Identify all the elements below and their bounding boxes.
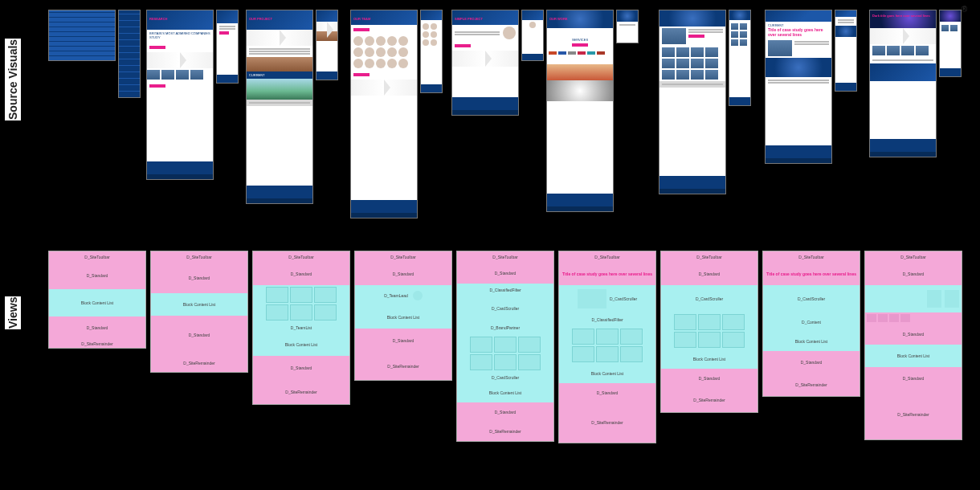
landscape-image [247, 79, 312, 100]
view-9[interactable]: D_SiteToolbar D_Standard D_Standard Bloc… [864, 251, 962, 440]
vblk-standard-2: D_Standard [49, 316, 145, 340]
source-group-8: CURRENTTitle of case study goes here ove… [765, 10, 857, 164]
thumb-work-mobile[interactable] [616, 10, 639, 43]
hero-work-tag: OUR WORK [549, 17, 568, 21]
source-group-2: RESEARCH BRITAIN'S MOST ADMIRED COMPANIE… [146, 10, 239, 180]
view-2[interactable]: D_SiteToolbar D_Standard Block Content L… [150, 251, 248, 373]
thumb-card-mobile[interactable] [729, 10, 751, 106]
chevron-section [147, 52, 213, 68]
connect-title: Dark title goes here over several lines [872, 14, 930, 18]
vblk-classified-filter: D_ClassifiedFilter [457, 284, 553, 296]
source-group-6: OUR WORK SERVICES [546, 10, 639, 212]
thumb-card-grid[interactable] [659, 10, 726, 194]
source-group-3: OUR PROJECT CURRENT [246, 10, 338, 204]
view-4[interactable]: D_SiteToolbar D_Standard D_TeamLead Bloc… [354, 251, 452, 381]
hero-research-tag: RESEARCH [149, 17, 167, 21]
vblk-site-remainder: D_SiteRemainder [49, 340, 145, 348]
view-7[interactable]: D_SiteToolbar D_Standard D_CardScroller … [660, 251, 758, 413]
thumb-mobile-menu[interactable] [118, 10, 141, 98]
design-overview-canvas: Source Visuals Views ® RESEARCH BRITAIN'… [0, 0, 980, 490]
views-row: D_SiteToolbar D_Standard Block Content L… [48, 251, 964, 443]
most-admired-title: BRITAIN'S MOST ADMIRED COMPANIES STUDY [149, 31, 210, 44]
thumb-team[interactable]: OUR TEAM [350, 10, 418, 218]
thumb-connect[interactable]: Dark title goes here over several lines [869, 10, 937, 157]
case-study-title: Title of case study goes here over sever… [768, 27, 829, 37]
thumb-research-mobile[interactable] [216, 10, 239, 84]
vblk-teamlead: D_TeamLead [384, 293, 408, 298]
source-group-5: SIMPLE PROJECT [451, 10, 544, 116]
thumb-simple-mobile[interactable] [521, 10, 544, 61]
view-6[interactable]: D_SiteToolbar Title of case study goes h… [558, 251, 656, 443]
services-label: SERVICES [549, 38, 610, 42]
mini-cards [865, 312, 962, 324]
source-group-9: Dark title goes here over several lines [869, 10, 962, 157]
vblk-masthead: Title of case study goes here over sever… [559, 263, 655, 285]
client-logos [547, 50, 613, 64]
view-1[interactable]: D_SiteToolbar D_Standard Block Content L… [48, 251, 146, 349]
cta-button[interactable] [149, 46, 165, 49]
thumb-case-study[interactable]: CURRENTTitle of case study goes here ove… [765, 10, 832, 164]
view-5[interactable]: D_SiteToolbar D_Standard D_ClassifiedFil… [456, 251, 554, 442]
footer [147, 161, 213, 174]
view-3[interactable]: D_SiteToolbar D_Standard D_TeamList Bloc… [252, 251, 350, 405]
registered-mark: ® [962, 5, 967, 14]
thumb-project-mobile[interactable] [316, 10, 338, 80]
team-grid [253, 285, 349, 322]
thumb-connect-mobile[interactable] [939, 10, 962, 77]
vblk-block-content: Block Content List [49, 289, 145, 316]
thumb-comparison-table[interactable] [48, 10, 116, 61]
source-group-7 [659, 10, 751, 194]
hero-simple-tag: SIMPLE PROJECT [455, 17, 483, 21]
current-label: CURRENT [247, 71, 312, 79]
source-group-1 [48, 10, 141, 98]
vblk-brand-partner: D_BrandPartner [457, 321, 553, 335]
hero-project-tag: OUR PROJECT [249, 17, 272, 21]
vblk-standard: D_Standard [49, 263, 145, 289]
source-visuals-label: Source Visuals [5, 39, 21, 120]
hero-team-tag: OUR TEAM [353, 17, 370, 21]
vblk-teamlist: D_TeamList [253, 322, 349, 333]
thumb-our-work[interactable]: OUR WORK SERVICES [546, 10, 614, 212]
vblk-site-toolbar: D_SiteToolbar [49, 251, 145, 263]
source-group-4: OUR TEAM [350, 10, 443, 218]
vblk-content: D_Content [763, 312, 860, 332]
view-8[interactable]: D_SiteToolbar Title of case study goes h… [762, 251, 860, 397]
thumb-simple-project[interactable]: SIMPLE PROJECT [451, 10, 519, 116]
thumb-case-mobile[interactable] [835, 10, 857, 92]
vblk-cardscroller: D_CardScroller [457, 296, 553, 321]
cta-button-2[interactable] [149, 84, 165, 88]
thumb-team-mobile[interactable] [420, 10, 443, 93]
views-label: Views [5, 296, 21, 329]
thumb-research-home[interactable]: RESEARCH BRITAIN'S MOST ADMIRED COMPANIE… [146, 10, 214, 180]
thumb-project[interactable]: OUR PROJECT CURRENT [246, 10, 313, 204]
